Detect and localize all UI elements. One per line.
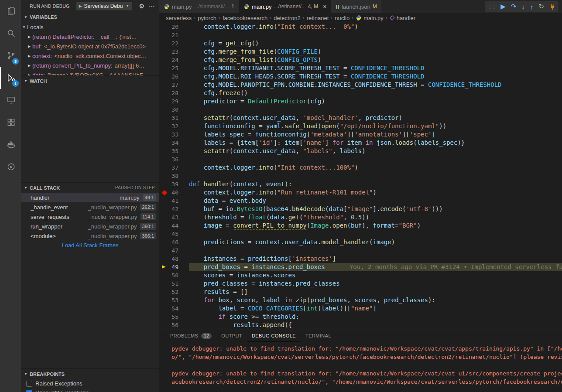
step-over-button[interactable]: ↷ (511, 3, 517, 10)
gutter[interactable]: 52 (159, 288, 189, 296)
code-text[interactable]: context.logger.info("Init context... 0%"… (189, 23, 562, 31)
variable-row[interactable]: ▶buf:<_io.BytesIO object at 0x7f5a2dc1ec… (21, 41, 159, 51)
sidebar-item-explorer[interactable] (0, 0, 21, 22)
stack-frame-row[interactable]: handlermain.py49:1 (21, 193, 159, 202)
gutter[interactable]: 34 (159, 139, 189, 147)
stack-frame-row[interactable]: <module>_nuclio_wrapper.py366:1 (21, 231, 159, 241)
gutter[interactable]: 33 (159, 130, 189, 139)
code-text[interactable]: cfg.MODEL.RETINANET.SCORE_THRESH_TEST = … (189, 64, 562, 72)
code-text[interactable] (189, 106, 562, 114)
checkbox[interactable] (26, 381, 32, 387)
code-text[interactable]: cfg.MODEL.ROI_HEADS.SCORE_THRESH_TEST = … (189, 72, 562, 81)
gutter[interactable]: 27 (159, 81, 189, 89)
gutter[interactable]: 53 (159, 296, 189, 304)
code-text[interactable]: setattr(context.user_data, "labels", lab… (189, 147, 562, 155)
gutter[interactable]: 22 (159, 39, 189, 48)
breadcrumb-item[interactable]: facebookresearch (223, 15, 267, 21)
gutter[interactable]: 37 (159, 164, 189, 172)
code-text[interactable]: if score >= threshold: (189, 313, 562, 321)
sidebar-item-remote-explorer[interactable] (0, 89, 21, 111)
code-text[interactable]: def handler(context, event): (189, 180, 562, 188)
code-text[interactable]: scores = instances.scores (189, 271, 562, 280)
gutter[interactable]: 32 (159, 122, 189, 130)
gutter[interactable]: 23 (159, 48, 189, 56)
variables-scope-row[interactable]: ▼Locals (21, 22, 159, 32)
variables-section-header[interactable]: ▼ VARIABLES (21, 12, 159, 22)
gutter[interactable]: 41 (159, 197, 189, 205)
checkbox[interactable]: ✓ (26, 390, 32, 392)
code-text[interactable]: cfg.freeze() (189, 89, 562, 97)
breakpoint-row[interactable]: Raised Exceptions (21, 379, 159, 388)
gutter[interactable]: 30 (159, 106, 189, 114)
variable-row[interactable]: ▶(return) convert_PIL_to_numpy:array([[[… (21, 61, 159, 70)
gutter[interactable]: 20 (159, 23, 189, 31)
code-text[interactable]: cfg.MODEL.PANOPTIC_FPN.COMBINE.INSTANCES… (189, 81, 562, 89)
gutter[interactable]: 47 (159, 246, 189, 255)
breadcrumb-item[interactable]: pytorch (198, 15, 216, 21)
editor-tab[interactable]: main.py.../retinanet/...4, M× (239, 0, 331, 13)
code-text[interactable]: for box, score, label in zip(pred_boxes,… (189, 296, 562, 304)
sidebar-item-extensions[interactable] (0, 111, 21, 133)
gutter[interactable]: 39 (159, 180, 189, 188)
step-into-button[interactable]: ↓ (521, 3, 525, 10)
code-text[interactable]: pred_boxes = instances.pred_boxesYou, 2 … (189, 263, 562, 271)
gutter[interactable]: 36 (159, 155, 189, 164)
code-text[interactable]: threshold = float(data.get("threshold", … (189, 213, 562, 222)
gutter[interactable]: 49 (159, 263, 189, 271)
gutter[interactable]: 21 (159, 31, 189, 39)
editor-tab[interactable]: main.py.../siammask/...1 (159, 0, 239, 13)
gutter[interactable]: 24 (159, 56, 189, 64)
gutter[interactable]: 50 (159, 271, 189, 280)
gutter[interactable]: 38 (159, 172, 189, 180)
sidebar-item-run-and-debug[interactable]: 1 (0, 67, 21, 89)
breadcrumb-item[interactable]: retinanet (307, 15, 329, 21)
variable-row[interactable]: ▶context:<nuclio_sdk.context.Context obj… (21, 51, 159, 61)
code-text[interactable]: results = [] (189, 288, 562, 296)
code-text[interactable]: setattr(context.user_data, 'model_handle… (189, 114, 562, 122)
step-out-button[interactable]: ↑ (530, 3, 534, 10)
code-text[interactable]: context.logger.info("Run retinanet-R101 … (189, 188, 562, 197)
gutter[interactable]: 51 (159, 280, 189, 288)
continue-button[interactable]: ▶ (500, 3, 506, 10)
gutter[interactable]: 56 (159, 321, 189, 329)
gutter[interactable]: 40 (159, 188, 189, 197)
code-text[interactable]: functionconfig = yaml.safe_load(open("/o… (189, 122, 562, 130)
breadcrumb-item[interactable]: nuclio (335, 15, 350, 21)
watch-section-header[interactable]: ▼ WATCH (21, 75, 159, 86)
code-text[interactable]: results.append({ (189, 321, 562, 329)
gutter[interactable]: 55 (159, 313, 189, 321)
gutter[interactable]: 42 (159, 205, 189, 213)
breadcrumb-item[interactable]: main.py (363, 15, 384, 21)
drag-handle-icon[interactable]: ⋮⋮ (487, 4, 495, 10)
call-stack-section-header[interactable]: ▼ CALL STACK PAUSED ON STEP (21, 182, 159, 193)
variable-row[interactable]: ▶data:{'image': 'iVBORw0KG…AAAANSUhE… (21, 70, 159, 75)
code-text[interactable]: cfg.merge_from_file(CONFIG_FILE) (189, 48, 562, 56)
code-text[interactable]: labels = {item['id']: item['name'] for i… (189, 139, 562, 147)
code-text[interactable]: data = event.body (189, 197, 562, 205)
stack-frame-row[interactable]: serve_requests_nuclio_wrapper.py114:1 (21, 212, 159, 222)
code-text[interactable]: buf = io.BytesIO(base64.b64decode(data["… (189, 205, 562, 213)
breadcrumb-item[interactable]: detectron2 (274, 15, 300, 21)
gutter[interactable]: 44 (159, 222, 189, 230)
breadcrumb-item[interactable]: handler (397, 15, 415, 21)
gutter[interactable]: 43 (159, 213, 189, 222)
panel-tab[interactable]: PROBLEMS12 (165, 329, 216, 342)
gutter[interactable]: 46 (159, 238, 189, 246)
sidebar-item-extension-misc[interactable] (0, 156, 21, 178)
code-text[interactable]: image = convert_PIL_to_numpy(Image.open(… (189, 222, 562, 230)
disconnect-button[interactable] (549, 3, 556, 10)
editor-tab[interactable]: {}launch.jsonM (331, 0, 381, 13)
code-text[interactable]: cfg = get_cfg() (189, 39, 562, 48)
code-text[interactable]: predictor = DefaultPredictor(cfg) (189, 97, 562, 106)
sidebar-item-source-control[interactable]: 8 (0, 44, 21, 67)
restart-button[interactable]: ↻ (538, 3, 544, 10)
code-text[interactable]: predictions = context.user_data.model_ha… (189, 238, 562, 246)
code-text[interactable]: pred_classes = instances.pred_classes (189, 280, 562, 288)
breakpoint-row[interactable]: ✓Uncaught Exceptions (21, 388, 159, 392)
gear-icon[interactable]: ⚙ (139, 3, 144, 10)
code-text[interactable] (189, 31, 562, 39)
gutter[interactable]: 54 (159, 304, 189, 313)
code-text[interactable]: labels_spec = functionconfig['metadata']… (189, 130, 562, 139)
stack-frame-row[interactable]: _handle_event_nuclio_wrapper.py262:1 (21, 202, 159, 212)
launch-config-select[interactable]: ▶ Serverless Debu ▼ (76, 2, 133, 10)
